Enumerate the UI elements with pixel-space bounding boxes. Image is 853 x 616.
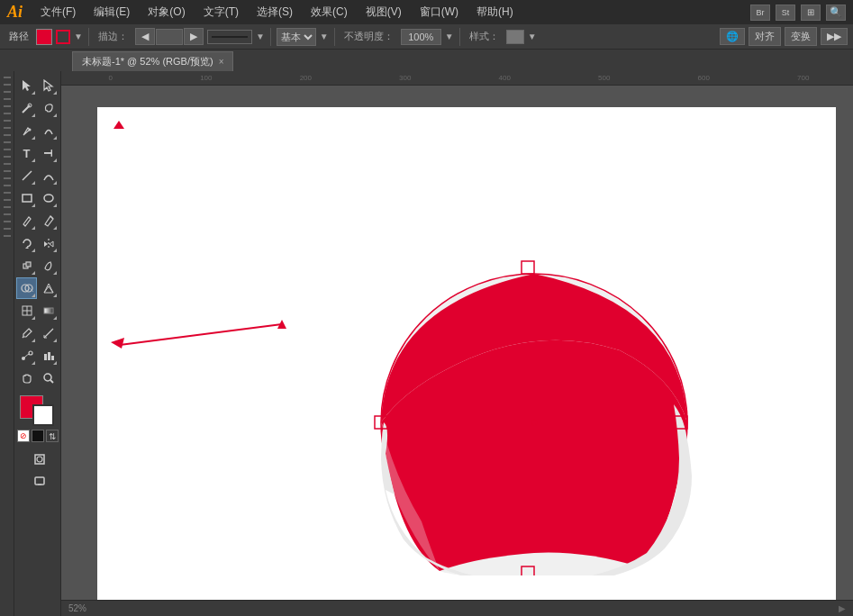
svg-rect-27 <box>48 352 50 360</box>
canvas-area[interactable]: 0100200300400500600700 <box>61 71 853 616</box>
tool-row-3 <box>16 120 59 141</box>
ruler-tick <box>4 163 11 165</box>
pen-tool[interactable] <box>16 120 37 141</box>
divider1 <box>88 28 89 46</box>
tool-row-10 <box>16 277 59 299</box>
ruler-tick <box>4 206 11 208</box>
rectangle-tool[interactable] <box>16 187 37 209</box>
swap-colors-icon[interactable]: ⇅ <box>46 430 59 442</box>
svg-marker-42 <box>111 338 124 349</box>
main-area: T T <box>0 71 853 616</box>
stroke-color-swatch[interactable] <box>56 30 70 44</box>
ruler-tick <box>4 141 11 143</box>
measure-tool[interactable] <box>38 322 59 344</box>
menu-text[interactable]: 文字(T) <box>200 3 242 22</box>
svg-line-8 <box>50 216 53 219</box>
fill-color-swatch[interactable] <box>36 29 52 45</box>
blend-tool[interactable] <box>16 345 37 367</box>
status-text: 52% <box>68 603 86 613</box>
menu-help[interactable]: 帮助(H) <box>473 3 517 22</box>
curvature-tool[interactable] <box>38 120 59 141</box>
black-color-icon[interactable] <box>32 430 44 442</box>
opacity-input[interactable] <box>401 29 441 45</box>
tab-title: 未标题-1* @ 52% (RGB/预览) <box>82 55 213 68</box>
ruler-tick <box>4 134 11 136</box>
selection-tool[interactable] <box>16 75 37 96</box>
svg-rect-26 <box>44 354 47 360</box>
lasso-tool[interactable] <box>38 97 59 119</box>
direct-selection-tool[interactable] <box>38 75 59 96</box>
toolbar-right: 🌐 对齐 变换 ▶▶ <box>720 27 848 46</box>
menu-object[interactable]: 对象(O) <box>144 3 188 22</box>
tool-row-14 <box>16 367 59 389</box>
document-tab[interactable]: 未标题-1* @ 52% (RGB/预览) × <box>72 51 233 71</box>
svg-point-32 <box>37 457 42 462</box>
svg-rect-33 <box>35 477 44 485</box>
arc-tool[interactable] <box>38 165 59 186</box>
screen-mode-icon[interactable] <box>20 472 59 490</box>
stock-icon[interactable]: St <box>776 5 795 21</box>
scale-tool[interactable] <box>16 255 37 276</box>
menu-select[interactable]: 选择(S) <box>253 3 296 22</box>
stroke-control[interactable]: ◀ ▶ <box>135 28 204 45</box>
search-title-icon[interactable]: 🔍 <box>826 5 846 21</box>
zoom-tool[interactable] <box>38 367 59 389</box>
linestyle-arrow: ▼ <box>320 32 329 41</box>
tab-close-button[interactable]: × <box>219 57 224 67</box>
menu-edit[interactable]: 编辑(E) <box>90 3 133 22</box>
style-preview <box>506 30 524 44</box>
hand-tool[interactable] <box>16 367 37 389</box>
menu-view[interactable]: 视图(V) <box>362 3 405 22</box>
ruler-tick <box>4 113 11 114</box>
line-style-select[interactable]: 基本 <box>277 28 316 46</box>
svg-line-5 <box>23 171 32 180</box>
rotate-tool[interactable] <box>16 232 37 254</box>
menu-window[interactable]: 窗口(W) <box>416 3 462 22</box>
type-tool[interactable]: T <box>16 142 37 164</box>
transform-button[interactable]: 变换 <box>785 27 817 46</box>
pencil-tool[interactable] <box>38 210 59 231</box>
toolbar: 路径 ▼ 描边： ◀ ▶ ▼ 基本 ▼ 不透明度： ▼ 样式： ▼ 🌐 对齐 变… <box>0 24 853 50</box>
svg-rect-6 <box>23 195 32 202</box>
stroke-color-box[interactable] <box>32 404 54 426</box>
artboard <box>97 107 836 611</box>
perspective-grid-tool[interactable] <box>38 277 59 299</box>
style-arrow: ▼ <box>528 32 537 41</box>
none-color-icon[interactable]: ⊘ <box>17 430 30 442</box>
draw-mode-icon[interactable] <box>20 450 59 468</box>
ruler-tick <box>4 149 11 150</box>
ruler-tick <box>4 84 11 86</box>
top-ruler: 0100200300400500600700 <box>61 71 853 86</box>
workspace-icon[interactable]: ⊞ <box>801 5 821 21</box>
eyedropper-tool[interactable] <box>16 322 37 344</box>
shape-builder-tool[interactable] <box>16 277 37 299</box>
tool-row-7 <box>16 210 59 231</box>
reflect-tool[interactable] <box>38 232 59 254</box>
stroke-increase[interactable]: ▶ <box>184 28 204 45</box>
gradient-tool[interactable] <box>38 300 59 322</box>
warp-tool[interactable] <box>38 255 59 276</box>
web-icon[interactable]: 🌐 <box>720 28 745 45</box>
menu-effect[interactable]: 效果(C) <box>307 3 351 22</box>
paintbrush-tool[interactable] <box>16 210 37 231</box>
vertical-type-tool[interactable]: T <box>38 142 59 164</box>
bridge-icon[interactable]: Br <box>750 5 770 21</box>
stroke-label: 描边： <box>95 30 132 43</box>
svg-rect-12 <box>26 262 31 267</box>
stroke-line-preview <box>207 30 252 44</box>
menu-file[interactable]: 文件(F) <box>37 3 79 22</box>
ruler-tick <box>4 177 11 179</box>
stroke-value[interactable] <box>156 29 183 45</box>
column-graph-tool[interactable] <box>38 345 59 367</box>
align-button[interactable]: 对齐 <box>749 27 781 46</box>
magic-wand-tool[interactable] <box>16 97 37 119</box>
tool-row-1 <box>16 75 59 96</box>
more-options-button[interactable]: ▶▶ <box>821 28 848 45</box>
line-tool[interactable] <box>16 165 37 186</box>
tool-row-4: T T <box>16 142 59 164</box>
svg-marker-0 <box>23 80 31 91</box>
svg-line-20 <box>23 337 23 338</box>
ellipse-tool[interactable] <box>38 187 59 209</box>
mesh-tool[interactable] <box>16 300 37 322</box>
stroke-decrease[interactable]: ◀ <box>135 28 155 45</box>
